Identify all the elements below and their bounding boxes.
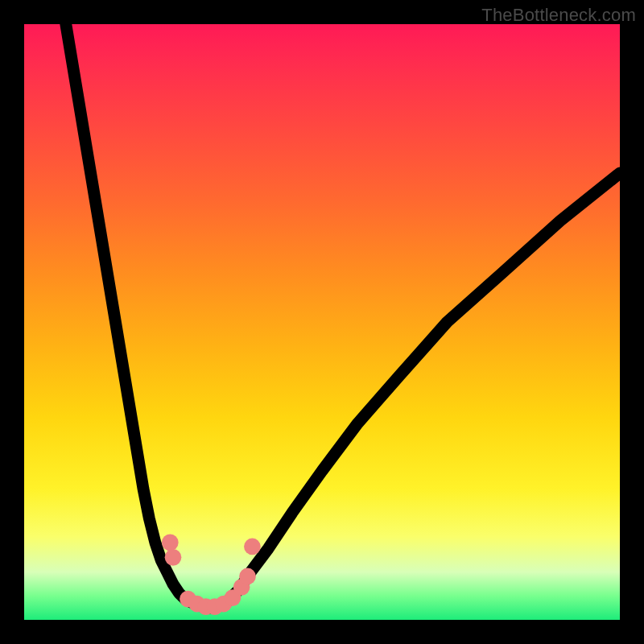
curve-right-branch (227, 173, 620, 602)
marker-bead (239, 568, 256, 585)
watermark-text: TheBottleneck.com (481, 5, 636, 26)
curve-left-branch (66, 24, 191, 602)
marker-beads-group (162, 534, 261, 615)
chart-frame: TheBottleneck.com (0, 0, 644, 644)
marker-bead (244, 539, 261, 555)
marker-bead (165, 549, 182, 566)
chart-svg (24, 24, 620, 620)
curve-group (66, 24, 620, 608)
marker-bead (162, 534, 179, 551)
